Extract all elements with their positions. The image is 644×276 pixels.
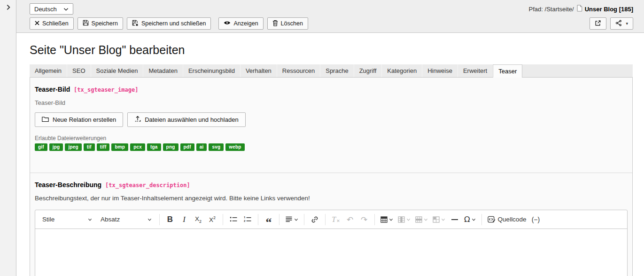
chevron-down-icon [88,216,92,223]
allowed-extensions-label: Erlaubte Dateierweiterungen [35,135,628,142]
tab-sprache[interactable]: Sprache [320,64,354,77]
record-path-text: Pfad: /Startseite/ [529,6,574,13]
extension-badge-tiff: tiff [97,143,110,151]
rte-toolbar: Stile Absatz B I X2 X2 [35,210,627,229]
chevron-down-icon [294,216,298,223]
language-select-value: Deutsch [34,6,57,13]
tab-allgemein[interactable]: Allgemein [30,64,67,77]
language-select[interactable]: Deutsch [30,3,73,15]
svg-text:1: 1 [244,216,246,219]
save-close-icon [132,20,139,28]
chevron-down-icon [472,216,476,223]
tab-seo[interactable]: SEO [67,64,91,77]
docheader: Deutsch Pfad: /Startseite/ Unser Blog [1… [16,0,644,33]
tab-metadaten[interactable]: Metadaten [143,64,183,77]
tab-ressourcen[interactable]: Ressourcen [277,64,320,77]
save-button[interactable]: Speichern [78,17,123,30]
bold-icon[interactable]: B [163,213,177,227]
svg-text:2: 2 [244,219,246,222]
tab-soziale-medien[interactable]: Soziale Medien [91,64,144,77]
merge-cells-dropdown[interactable] [431,213,447,227]
chevron-down-icon [441,216,445,223]
tab-hinweise[interactable]: Hinweise [422,64,458,77]
close-button[interactable]: Schließen [30,17,74,30]
remove-format-icon[interactable]: T✕ [329,213,342,227]
field-label-teaser-image: Teaser-Bild [35,99,628,106]
soft-hyphen-button[interactable]: (−) [529,213,542,227]
docheader-button-bar: Schließen Speichern Speichern und schlie… [30,17,308,30]
redo-icon[interactable]: ↷ [357,213,371,227]
bulleted-list-icon[interactable] [227,213,240,227]
insert-table-dropdown[interactable] [379,213,395,227]
open-in-new-window-button[interactable] [590,17,606,30]
extension-badge-ai: ai [196,143,207,151]
source-code-button[interactable]: Quellcode [486,213,528,227]
module-body: Seite "Unser Blog" bearbeiten AllgemeinS… [16,33,644,276]
field-code-teaser-description: [tx_sgteaser_description] [105,182,190,189]
horizontal-line-icon[interactable] [448,213,461,227]
record-title: Unser Blog [185] [585,6,633,13]
eye-icon [224,20,231,27]
tab-erscheinungsbild[interactable]: Erscheinungsbild [183,64,241,77]
superscript-icon[interactable]: X2 [206,213,219,227]
text-alignment-dropdown[interactable] [283,213,300,227]
chevron-down-icon [147,216,152,223]
subscript-icon[interactable]: X2 [192,213,205,227]
extension-badge-png: png [163,143,178,151]
paragraph-format-dropdown[interactable]: Absatz [97,213,155,227]
tab-erweitert[interactable]: Erweitert [458,64,493,77]
delete-button[interactable]: Löschen [267,17,308,30]
blockquote-icon[interactable]: “ [262,213,275,227]
page-title: Seite "Unser Blog" bearbeiten [30,43,633,57]
extension-badge-gif: gif [35,143,47,151]
external-link-icon [595,20,601,28]
tab-kategorien[interactable]: Kategorien [382,64,422,77]
tab-teaser[interactable]: Teaser [493,64,522,78]
link-icon[interactable] [308,213,321,227]
share-icon [615,20,622,28]
field-code-teaser-image: [tx_sgteaser_image] [74,87,138,93]
trash-icon [272,20,278,28]
chevron-down-icon [389,216,393,223]
chevron-right-icon[interactable] [6,5,11,12]
tab-zugriff[interactable]: Zugriff [354,64,382,77]
caret-down-icon: ▾ [626,21,628,26]
field-title-teaser-image: Teaser-Bild [35,86,70,93]
share-split-button[interactable]: ▾ [610,17,633,30]
numbered-list-icon[interactable]: 12 [241,213,254,227]
upload-files-button[interactable]: Dateien auswählen und hochladen [127,112,246,127]
tab-panel-teaser: Teaser-Bild [tx_sgteaser_image] Teaser-B… [30,78,633,276]
view-button[interactable]: Anzeigen [218,17,263,30]
rte-content-area[interactable] [35,229,627,276]
close-icon [35,20,39,27]
app-window: Deutsch Pfad: /Startseite/ Unser Blog [1… [0,0,644,276]
extension-badge-bmp: bmp [111,143,128,151]
undo-icon[interactable]: ↶ [343,213,357,227]
styles-dropdown[interactable]: Stile [39,213,96,227]
table-row-dropdown[interactable] [413,213,430,227]
new-relation-button[interactable]: Neue Relation erstellen [35,112,123,127]
extension-badge-jpg: jpg [49,143,63,151]
tab-verhalten[interactable]: Verhalten [241,64,277,77]
breadcrumb: Pfad: /Startseite/ Unser Blog [185] [529,5,633,13]
sidebar-expand-strip[interactable] [0,0,16,276]
special-character-dropdown[interactable]: Ω [462,213,478,227]
field-title-teaser-description: Teaser-Beschreibung [35,181,101,189]
section-teaser-description: Teaser-Beschreibung [tx_sgteaser_descrip… [30,173,632,276]
richtext-editor: Stile Absatz B I X2 X2 [35,210,628,276]
table-column-dropdown[interactable] [396,213,412,227]
italic-icon[interactable]: I [178,213,191,227]
allowed-extensions-badges: gifjpgjpegtiftiffbmppcxtgapngpdfaisvgweb… [35,143,628,151]
extension-badge-tga: tga [147,143,161,151]
save-and-close-button[interactable]: Speichern und schließen [127,17,211,30]
save-icon [83,20,89,27]
docheader-meta-buttons: ▾ [590,17,633,30]
chevron-down-icon [406,216,411,223]
tab-bar: AllgemeinSEOSoziale MedienMetadatenErsch… [30,64,633,78]
chevron-down-icon [63,6,69,13]
folder-icon [42,116,49,124]
extension-badge-jpeg: jpeg [65,143,81,151]
chevron-down-icon [424,216,428,223]
extension-badge-svg: svg [209,143,224,151]
extension-badge-webp: webp [225,143,244,151]
